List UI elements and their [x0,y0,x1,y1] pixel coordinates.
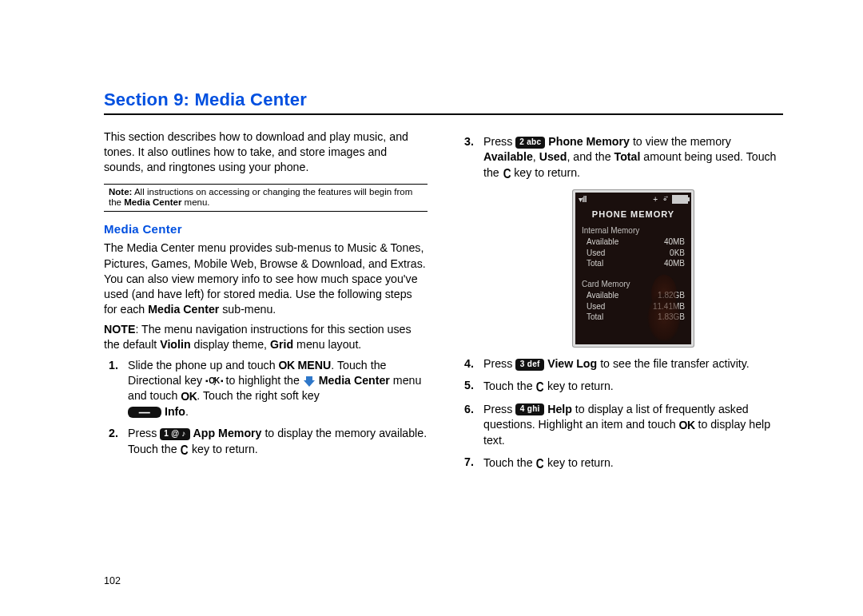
step-7: Touch the C key to return. [459,455,783,472]
sub-heading: Media Center [104,221,428,237]
c-key-icon: C [503,165,510,183]
s3h: key to return. [511,166,580,179]
s4c: to see the file transfer activity. [597,357,750,370]
softkey-icon: — [128,407,161,418]
note-label: Note: [109,187,132,197]
key-1: 1 @ ♪ [160,428,189,440]
s1c: to highlight the [223,374,303,387]
r: Available [587,236,618,248]
n2c: Violin [160,338,190,351]
s5a: Touch the [483,380,535,392]
bluetooth-icon: ⚬⃗ [662,194,668,205]
s5b: key to return. [544,380,614,392]
s7b: key to return. [544,455,614,468]
v: 40MB [664,236,685,248]
s2b: App Memory [193,427,262,439]
step-6: Press 4 ghi Help to display a list of fr… [459,402,783,448]
signal-icon: ▾ılll [579,194,586,205]
s1menu: MENU [295,359,332,372]
n2a: NOTE [104,323,135,336]
note-bold: Media Center [124,197,181,207]
s3c: to view the memory [630,135,731,148]
v: 40MB [664,258,685,269]
s1e: . Touch the right soft key [197,389,320,402]
s1mc: Media Center [319,374,390,387]
r: Total [587,312,603,323]
intro-text: This section describes how to download a… [104,129,428,176]
c-key-icon: C [181,442,188,459]
ok-icon: OK [679,418,695,433]
internal-head: Internal Memory [582,225,685,236]
ok-icon: OK [181,389,197,404]
left-column: This section describes how to download a… [104,129,428,478]
status-bar: ▾ılll + ⚬⃗ [575,193,691,207]
battery-icon [672,195,688,204]
phone-screenshot: ▾ılll + ⚬⃗ PHONE MEMORY Internal Memory … [573,190,694,347]
phone-title: PHONE MEMORY [575,209,691,221]
ok-icon: OK [279,358,295,373]
s3e: Used [539,150,567,163]
r: Total [587,258,603,269]
s2d: key to return. [189,443,258,455]
note2: NOTE: The menu navigation instructions f… [104,322,428,352]
step-2: Press 1 @ ♪ App Memory to display the me… [104,426,428,459]
s6b: Help [547,403,572,415]
section-title: Section 9: Media Center [104,89,783,115]
c-key-icon: C [536,455,543,473]
step-4: Press 3 def View Log to see the file tra… [459,356,783,372]
s3a: Press [483,135,515,148]
n2f: menu layout. [293,338,361,351]
c-key-icon: C [536,379,543,396]
s1a: Slide the phone up and touch [128,359,279,372]
s4a: Press [483,357,515,370]
s7a: Touch the [483,455,535,468]
dpad-icon: ▪ OK ▪ [205,376,223,387]
n2d: display theme, [191,338,270,351]
s3b: Phone Memory [548,135,630,148]
r: Available [587,290,618,301]
step-5: Touch the C key to return. [459,378,783,395]
s6a: Press [483,403,515,415]
s3d: Available [483,150,533,163]
note-box: Note: All instructions on accessing or c… [104,184,428,213]
right-column: Press 2 abc Phone Memory to view the mem… [459,129,783,478]
mp1c: sub-menu. [219,303,276,316]
s4b: View Log [547,357,597,370]
r: Used [587,301,605,312]
key-4: 4 ghi [515,403,544,415]
steps-right: Press 2 abc Phone Memory to view the mem… [459,134,783,471]
n2e: Grid [270,338,293,351]
steps-left: Slide the phone up and touch OK MENU. To… [104,358,428,459]
key-3: 3 def [515,359,544,371]
v: 0KB [670,248,685,259]
download-icon [303,376,316,387]
plus-icon: + [653,194,658,205]
media-paragraph: The Media Center menu provides sub-menus… [104,240,428,317]
s1info: Info [161,405,185,418]
violin-bg [640,269,688,341]
internal-memory: Internal Memory Available40MB Used0KB To… [575,225,691,274]
s2a: Press [128,427,160,439]
step-1: Slide the phone up and touch OK MENU. To… [104,358,428,420]
s1f: . [185,405,189,418]
page-number: 102 [104,575,121,586]
note-tail: menu. [181,197,209,207]
step-3: Press 2 abc Phone Memory to view the mem… [459,134,783,347]
mp1b: Media Center [148,303,219,316]
s3f: Total [614,150,641,163]
r: Used [587,248,605,259]
key-2: 2 abc [515,137,545,149]
content-columns: This section describes how to download a… [104,129,783,478]
